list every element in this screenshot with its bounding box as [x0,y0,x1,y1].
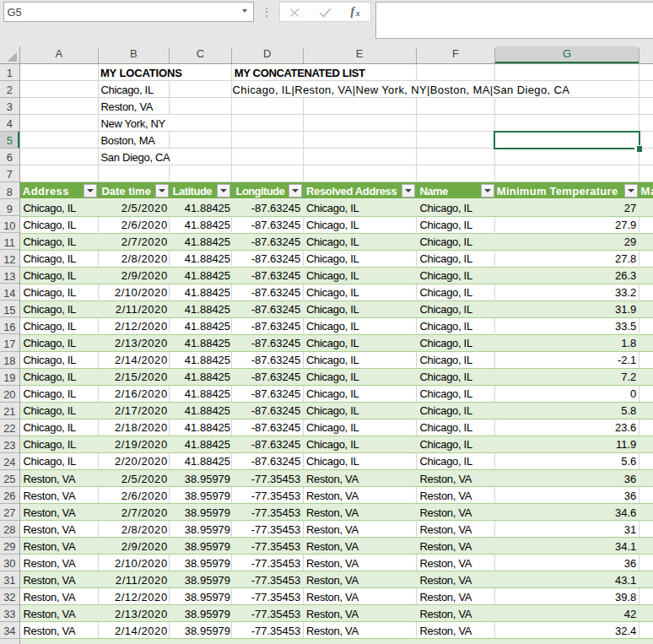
svg-text:f: f [351,5,356,18]
svg-text:x: x [355,8,360,18]
